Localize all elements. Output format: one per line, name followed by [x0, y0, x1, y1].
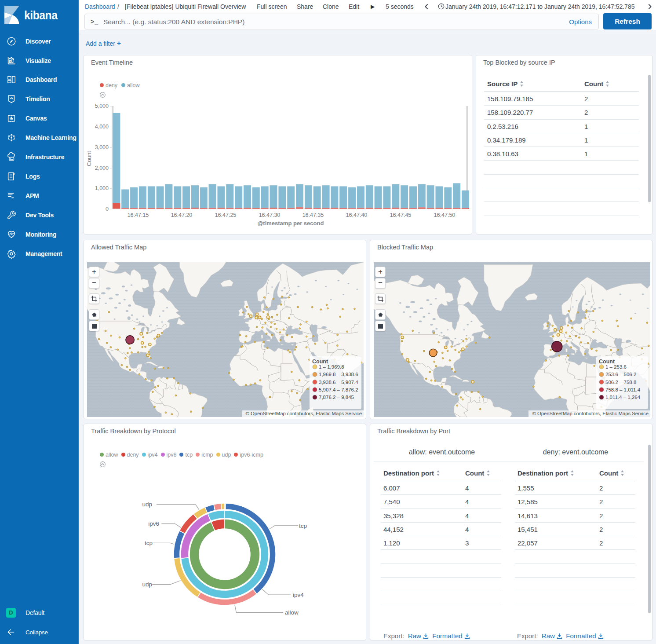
svg-text:5,907.4 – 7,876.2: 5,907.4 – 7,876.2 — [319, 387, 358, 392]
svg-text:253.6 – 506.2: 253.6 – 506.2 — [605, 372, 636, 377]
svg-text:1,969.8 – 3,938.6: 1,969.8 – 3,938.6 — [319, 372, 358, 377]
svg-text:1 – 253.6: 1 – 253.6 — [605, 364, 627, 370]
svg-text:1,011.4 – 1,264: 1,011.4 – 1,264 — [605, 395, 641, 400]
svg-text:© OpenStreetMap contributors,: © OpenStreetMap contributors, Elastic Ma… — [246, 411, 362, 416]
svg-text:758.8 – 1,011.4: 758.8 – 1,011.4 — [605, 387, 641, 392]
svg-text:Count: Count — [312, 359, 328, 365]
svg-text:© OpenStreetMap contributors,: © OpenStreetMap contributors, Elastic Ma… — [532, 411, 649, 416]
svg-text:506.2 – 758.8: 506.2 – 758.8 — [605, 380, 636, 385]
svg-text:Count: Count — [599, 359, 615, 365]
svg-text:1 – 1,969.8: 1 – 1,969.8 — [319, 364, 344, 370]
svg-text:3,938.6 – 5,907.4: 3,938.6 – 5,907.4 — [319, 380, 358, 385]
svg-text:7,876.2 – 9,845: 7,876.2 – 9,845 — [319, 395, 354, 400]
